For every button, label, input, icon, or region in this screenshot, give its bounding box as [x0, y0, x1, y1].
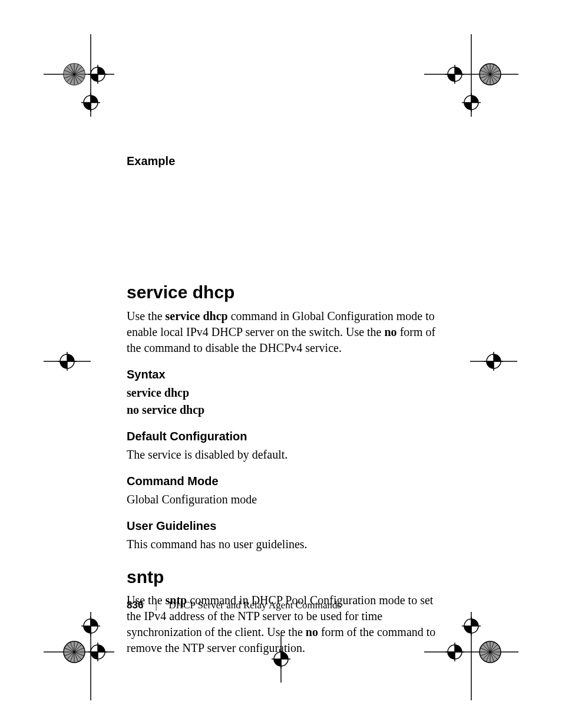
heading-command-mode: Command Mode — [127, 473, 448, 489]
svg-line-27 — [482, 67, 498, 82]
svg-line-11 — [64, 70, 84, 78]
svg-line-10 — [64, 70, 84, 78]
syntax-line: service dhcp — [127, 385, 448, 401]
svg-point-68 — [464, 619, 478, 633]
svg-line-29 — [486, 64, 494, 84]
svg-line-80 — [486, 642, 494, 662]
svg-point-74 — [480, 641, 501, 663]
bold-text: service dhcp — [166, 309, 228, 322]
svg-line-31 — [480, 70, 500, 78]
svg-line-79 — [486, 642, 494, 662]
command-mode-text: Global Configuration mode — [127, 492, 448, 508]
svg-point-23 — [480, 64, 501, 85]
content-area: Example service dhcp Use the service dhc… — [127, 153, 448, 658]
svg-point-32 — [480, 64, 501, 85]
page-footer: 836 | DHCP Server and Relay Agent Comman… — [127, 599, 341, 612]
svg-line-78 — [482, 644, 498, 660]
svg-line-26 — [482, 67, 498, 82]
heading-default-configuration: Default Configuration — [127, 429, 448, 444]
svg-line-28 — [486, 64, 494, 84]
example-placeholder — [127, 172, 448, 263]
svg-point-62 — [64, 641, 85, 663]
svg-point-20 — [448, 67, 462, 81]
svg-line-7 — [67, 67, 82, 82]
svg-line-61 — [64, 648, 84, 656]
page-number: 836 — [127, 599, 143, 611]
registration-mark-icon — [424, 34, 518, 117]
svg-point-33 — [464, 95, 478, 110]
heading-example: Example — [127, 153, 448, 169]
text: Use the — [127, 309, 166, 322]
svg-point-53 — [64, 641, 85, 663]
svg-line-81 — [480, 648, 500, 656]
page: Example service dhcp Use the service dhc… — [0, 0, 562, 728]
svg-line-77 — [482, 644, 498, 660]
footer-separator: | — [146, 600, 166, 610]
svg-point-12 — [91, 67, 105, 81]
registration-mark-icon — [44, 347, 91, 376]
svg-line-30 — [480, 70, 500, 78]
bold-text: no — [385, 325, 397, 338]
registration-mark-icon — [44, 34, 114, 117]
svg-line-9 — [70, 64, 78, 84]
svg-point-37 — [60, 354, 74, 368]
svg-line-57 — [67, 644, 82, 660]
svg-point-41 — [487, 354, 501, 368]
svg-point-15 — [84, 95, 98, 110]
syntax-line: no service dhcp — [127, 402, 448, 418]
svg-line-59 — [70, 642, 78, 662]
svg-point-71 — [448, 645, 462, 659]
svg-line-58 — [70, 642, 78, 662]
heading-sntp: sntp — [127, 565, 448, 589]
user-guidelines-text: This command has no user guidelines. — [127, 536, 448, 552]
svg-line-6 — [67, 67, 82, 82]
heading-user-guidelines: User Guidelines — [127, 518, 448, 534]
svg-line-82 — [480, 648, 500, 656]
svg-line-56 — [67, 644, 82, 660]
registration-mark-icon — [470, 347, 517, 376]
default-config-text: The service is disabled by default. — [127, 447, 448, 463]
svg-point-3 — [64, 64, 85, 85]
svg-point-63 — [91, 645, 105, 659]
heading-syntax: Syntax — [127, 367, 448, 383]
svg-point-83 — [480, 641, 501, 663]
registration-mark-icon — [44, 612, 114, 700]
service-dhcp-description: Use the service dhcp command in Global C… — [127, 308, 448, 356]
heading-service-dhcp: service dhcp — [127, 281, 448, 305]
svg-line-60 — [64, 648, 84, 656]
svg-point-50 — [84, 619, 98, 633]
svg-line-8 — [70, 64, 78, 84]
footer-section-title: DHCP Server and Relay Agent Commands — [169, 599, 342, 611]
svg-point-2 — [64, 64, 85, 85]
bold-text: no — [306, 625, 318, 638]
